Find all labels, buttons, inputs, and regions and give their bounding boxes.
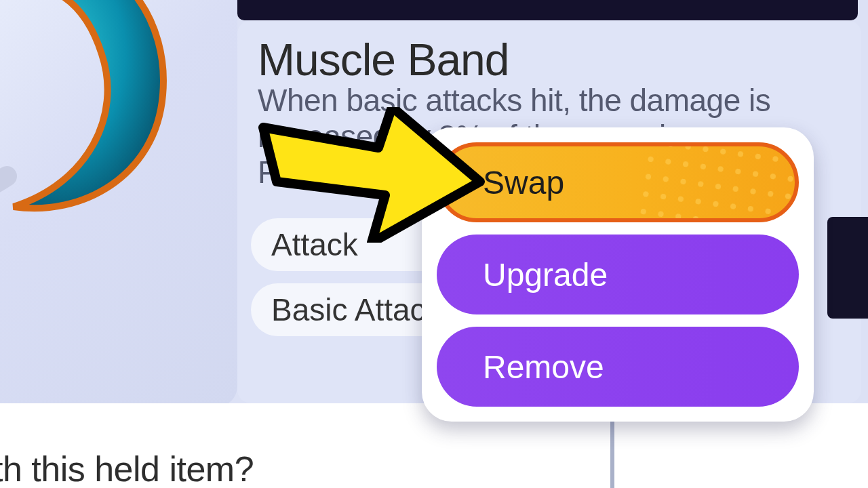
character-crescent-icon — [0, 0, 176, 230]
swap-button-label: Swap — [483, 165, 564, 201]
character-artwork-panel — [0, 0, 237, 407]
item-title: Muscle Band — [258, 34, 841, 85]
item-context-menu: Swap Upgrade Remove — [422, 127, 814, 422]
stat-label: Basic Attack — [271, 291, 441, 328]
upgrade-button[interactable]: Upgrade — [437, 235, 799, 314]
upgrade-button-label: Upgrade — [483, 257, 608, 293]
bottom-divider — [610, 420, 614, 488]
right-side-panel-edge — [827, 217, 868, 319]
top-nav-bar — [237, 0, 858, 20]
remove-button[interactable]: Remove — [437, 327, 799, 407]
stat-label: Attack — [271, 226, 358, 263]
swap-button[interactable]: Swap — [437, 142, 799, 222]
bottom-prompt-text: th this held item? — [0, 449, 254, 488]
remove-button-label: Remove — [483, 349, 604, 385]
